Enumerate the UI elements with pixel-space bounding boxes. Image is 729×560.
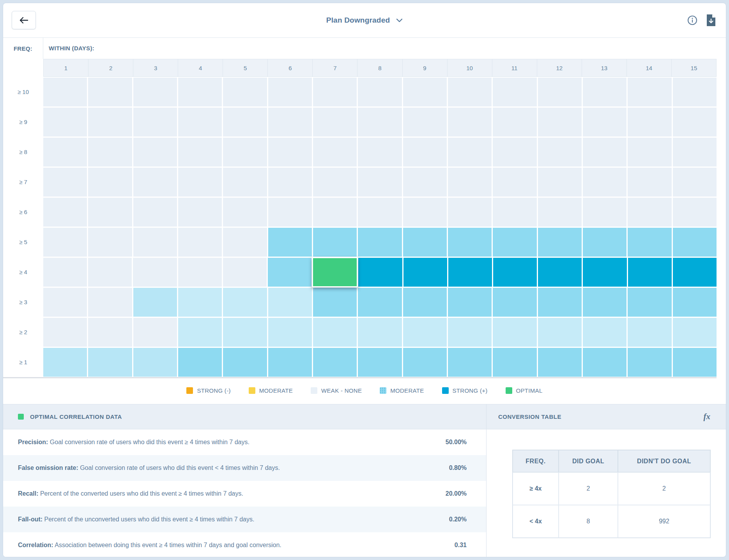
heatmap-cell[interactable] <box>133 318 177 347</box>
heatmap-cell[interactable] <box>268 288 312 317</box>
heatmap-cell[interactable] <box>43 258 87 287</box>
heatmap-cell[interactable] <box>313 78 357 106</box>
heatmap-cell[interactable] <box>628 258 672 287</box>
heatmap-cell[interactable] <box>358 198 402 227</box>
heatmap-cell[interactable] <box>673 198 717 227</box>
heatmap-cell[interactable] <box>268 198 312 227</box>
heatmap-cell[interactable] <box>538 138 582 167</box>
heatmap-cell[interactable] <box>403 198 447 227</box>
heatmap-cell[interactable] <box>178 78 222 106</box>
heatmap-cell[interactable] <box>403 288 447 317</box>
heatmap-cell[interactable] <box>268 138 312 167</box>
heatmap-cell[interactable] <box>178 348 222 377</box>
heatmap-cell[interactable] <box>448 138 492 167</box>
heatmap-cell[interactable] <box>43 78 87 106</box>
heatmap-cell[interactable] <box>538 78 582 106</box>
heatmap-cell[interactable] <box>673 108 717 136</box>
heatmap-cell[interactable] <box>628 318 671 347</box>
heatmap-cell[interactable] <box>178 288 222 317</box>
heatmap-cell[interactable] <box>178 258 222 287</box>
heatmap-cell[interactable] <box>133 78 177 106</box>
heatmap-cell[interactable] <box>88 288 132 317</box>
heatmap-cell[interactable] <box>43 108 87 136</box>
heatmap-cell[interactable] <box>493 318 536 347</box>
heatmap-cell[interactable] <box>493 258 537 287</box>
heatmap-cell[interactable] <box>43 348 87 377</box>
heatmap-cell[interactable] <box>133 108 177 136</box>
heatmap-cell[interactable] <box>88 168 132 197</box>
heatmap-cell[interactable] <box>313 168 357 197</box>
heatmap-cell[interactable] <box>88 318 132 347</box>
heatmap-cell[interactable] <box>583 318 626 347</box>
heatmap-cell[interactable] <box>448 258 492 287</box>
heatmap-cell[interactable] <box>43 168 87 197</box>
heatmap-cell[interactable] <box>403 258 447 287</box>
heatmap-cell[interactable] <box>268 168 312 197</box>
heatmap-cell[interactable] <box>583 258 626 287</box>
heatmap-cell[interactable] <box>88 108 132 136</box>
heatmap-cell[interactable] <box>448 318 492 347</box>
heatmap-cell[interactable] <box>223 228 267 257</box>
heatmap-cell[interactable] <box>178 228 222 257</box>
heatmap-cell[interactable] <box>583 198 626 227</box>
heatmap-cell[interactable] <box>403 348 447 377</box>
heatmap-cell[interactable] <box>493 78 536 106</box>
heatmap-cell[interactable] <box>583 288 626 317</box>
heatmap-cell[interactable] <box>358 78 402 106</box>
heatmap-cell[interactable] <box>493 138 536 167</box>
heatmap-cell[interactable] <box>43 138 87 167</box>
heatmap-cell[interactable] <box>133 198 177 227</box>
heatmap-cell[interactable] <box>628 198 671 227</box>
heatmap-cell[interactable] <box>358 168 402 197</box>
heatmap-cell[interactable] <box>358 108 402 136</box>
heatmap-cell[interactable] <box>403 78 447 106</box>
heatmap-cell[interactable] <box>223 138 267 167</box>
heatmap-cell[interactable] <box>628 288 671 317</box>
heatmap-cell[interactable] <box>448 108 492 136</box>
heatmap-cell[interactable] <box>628 348 671 377</box>
heatmap-cell[interactable] <box>673 78 717 106</box>
heatmap-cell[interactable] <box>88 198 132 227</box>
heatmap-cell[interactable] <box>268 318 312 347</box>
heatmap-cell[interactable] <box>583 78 626 106</box>
heatmap-cell[interactable] <box>223 108 267 136</box>
heatmap-cell[interactable] <box>223 78 267 106</box>
heatmap-cell[interactable] <box>223 258 267 287</box>
heatmap-cell[interactable] <box>403 228 447 257</box>
heatmap-cell[interactable] <box>88 78 132 106</box>
heatmap-cell[interactable] <box>673 138 717 167</box>
heatmap-cell[interactable] <box>583 228 626 257</box>
heatmap-cell[interactable] <box>538 318 582 347</box>
heatmap-cell[interactable] <box>43 318 87 347</box>
heatmap-cell[interactable] <box>223 288 267 317</box>
heatmap-cell[interactable] <box>313 348 357 377</box>
heatmap-cell[interactable] <box>583 348 626 377</box>
heatmap-cell[interactable] <box>538 168 582 197</box>
heatmap-cell[interactable] <box>358 288 402 317</box>
heatmap-cell[interactable] <box>673 168 717 197</box>
heatmap-cell[interactable] <box>178 108 222 136</box>
heatmap-cell[interactable] <box>583 108 626 136</box>
heatmap-cell[interactable] <box>88 228 132 257</box>
heatmap-cell[interactable] <box>673 258 717 287</box>
heatmap-cell[interactable] <box>268 228 312 257</box>
heatmap-cell[interactable] <box>133 288 177 317</box>
heatmap-cell[interactable] <box>88 258 132 287</box>
heatmap-cell[interactable] <box>673 288 717 317</box>
heatmap-cell[interactable] <box>448 228 492 257</box>
heatmap-cell[interactable] <box>448 168 492 197</box>
heatmap-cell[interactable] <box>628 228 671 257</box>
heatmap-cell[interactable] <box>43 228 87 257</box>
heatmap-cell[interactable] <box>448 348 492 377</box>
heatmap-cell[interactable] <box>628 108 671 136</box>
heatmap-cell[interactable] <box>583 138 626 167</box>
heatmap-cell[interactable] <box>493 228 536 257</box>
heatmap-cell[interactable] <box>403 108 447 136</box>
heatmap-cell[interactable] <box>223 318 267 347</box>
heatmap-cell[interactable] <box>628 138 671 167</box>
heatmap-cell[interactable] <box>493 198 536 227</box>
heatmap-cell[interactable] <box>43 288 87 317</box>
heatmap-cell[interactable] <box>538 258 582 287</box>
heatmap-cell[interactable] <box>133 138 177 167</box>
heatmap-cell[interactable] <box>268 108 312 136</box>
